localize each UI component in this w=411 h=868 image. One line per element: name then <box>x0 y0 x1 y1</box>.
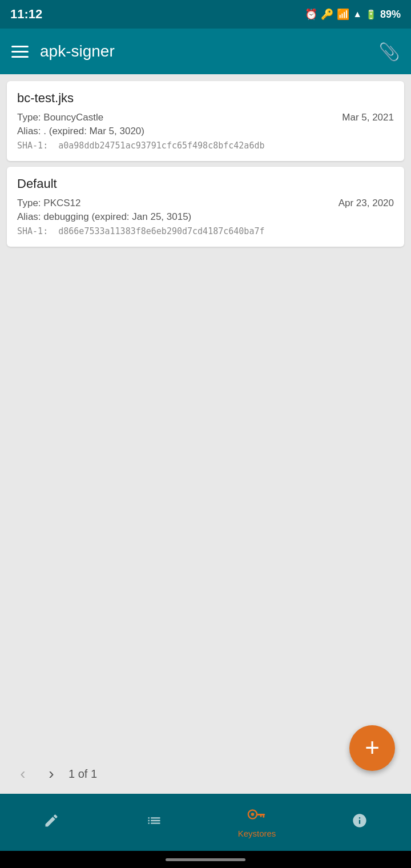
keystore-card-1: bc-test.jks Type: BouncyCastle Mar 5, 20… <box>7 81 404 161</box>
card-2-sha: SHA-1: d866e7533a11383f8e6eb290d7cd4187c… <box>17 226 394 236</box>
info-icon <box>352 813 368 833</box>
edit-icon <box>43 813 59 833</box>
svg-rect-2 <box>256 814 265 815</box>
add-icon: + <box>365 735 380 760</box>
list-icon <box>146 813 162 833</box>
nav-item-list[interactable] <box>126 813 183 833</box>
menu-button[interactable] <box>11 46 29 58</box>
pagination-bar: ‹ › 1 of 1 <box>0 754 411 794</box>
keystore-card-2: Default Type: PKCS12 Apr 23, 2020 Alias:… <box>7 167 404 247</box>
content-area: bc-test.jks Type: BouncyCastle Mar 5, 20… <box>0 74 411 754</box>
card-2-title: Default <box>17 176 57 191</box>
battery-icon: 🔋 <box>365 9 377 20</box>
keystores-label: Keystores <box>238 829 276 838</box>
signal-icon: ▲ <box>353 9 362 19</box>
card-1-alias: Alias: . (expired: Mar 5, 3020) <box>17 126 394 137</box>
nav-item-info[interactable] <box>331 813 388 833</box>
svg-rect-3 <box>263 815 264 818</box>
page-info: 1 of 1 <box>68 767 400 781</box>
card-1-actions <box>386 90 394 106</box>
card-1-date: Mar 5, 2021 <box>342 112 394 123</box>
app-title: apk-signer <box>40 42 367 61</box>
key-status-icon: 🔑 <box>321 8 333 21</box>
empty-space <box>7 252 404 747</box>
add-keystore-button[interactable]: + <box>349 725 395 771</box>
card-2-alias: Alias: debugging (expired: Jan 25, 3015) <box>17 211 394 223</box>
keystores-icon <box>247 806 267 826</box>
svg-rect-4 <box>260 815 262 817</box>
card-2-actions <box>386 176 394 192</box>
card-1-sha: SHA-1: a0a98ddb24751ac93791cfc65f498c8bf… <box>17 140 394 151</box>
card-1-title: bc-test.jks <box>17 91 74 106</box>
card-2-meta: Type: PKCS12 Apr 23, 2020 <box>17 198 394 209</box>
status-icons: ⏰ 🔑 📶 ▲ 🔋 89% <box>305 8 401 21</box>
status-bar: 11:12 ⏰ 🔑 📶 ▲ 🔋 89% <box>0 0 411 29</box>
card-2-type: Type: PKCS12 <box>17 198 81 209</box>
nav-item-edit[interactable] <box>23 813 80 833</box>
card-1-type: Type: BouncyCastle <box>17 112 103 123</box>
wifi-icon: 📶 <box>337 8 349 21</box>
home-bar <box>0 851 411 868</box>
card-2-date: Apr 23, 2020 <box>339 198 394 209</box>
nav-item-keystores[interactable]: Keystores <box>228 806 285 838</box>
bottom-navigation: Keystores <box>0 794 411 851</box>
alarm-icon: ⏰ <box>305 8 317 21</box>
app-bar: apk-signer 📎 <box>0 29 411 74</box>
status-time: 11:12 <box>10 7 42 22</box>
card-2-header: Default <box>17 176 394 192</box>
next-page-button[interactable]: › <box>40 762 63 785</box>
prev-page-button[interactable]: ‹ <box>11 762 34 785</box>
card-1-header: bc-test.jks <box>17 90 394 106</box>
attach-icon[interactable]: 📎 <box>378 42 400 62</box>
card-1-meta: Type: BouncyCastle Mar 5, 2021 <box>17 112 394 123</box>
battery-text: 89% <box>380 9 401 21</box>
home-indicator <box>166 858 245 861</box>
svg-point-1 <box>251 813 255 816</box>
